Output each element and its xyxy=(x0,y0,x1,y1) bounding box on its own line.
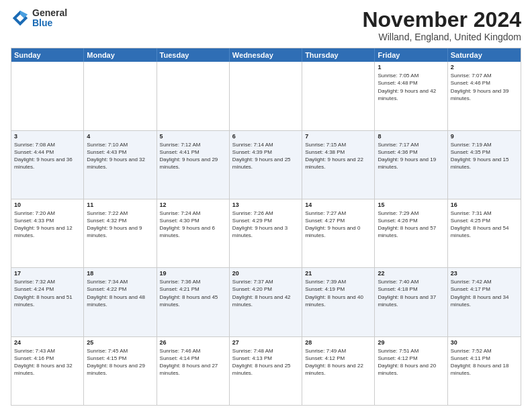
location: Willand, England, United Kingdom xyxy=(362,32,521,42)
month-title: November 2024 xyxy=(362,8,521,32)
day-info: Sunrise: 7:34 AM Sunset: 4:22 PM Dayligh… xyxy=(87,278,153,308)
day-number: 19 xyxy=(160,270,226,277)
day-cell-21: 21Sunrise: 7:39 AM Sunset: 4:19 PM Dayli… xyxy=(302,268,375,336)
calendar-week-2: 3Sunrise: 7:08 AM Sunset: 4:44 PM Daylig… xyxy=(11,130,521,199)
title-block: November 2024 Willand, England, United K… xyxy=(362,8,521,42)
empty-cell xyxy=(230,62,302,130)
day-info: Sunrise: 7:08 AM Sunset: 4:44 PM Dayligh… xyxy=(14,141,81,171)
weekday-header-friday: Friday xyxy=(375,48,447,62)
day-cell-1: 1Sunrise: 7:05 AM Sunset: 4:48 PM Daylig… xyxy=(375,62,447,130)
weekday-header-monday: Monday xyxy=(84,48,157,62)
logo: General Blue xyxy=(11,8,67,29)
day-cell-19: 19Sunrise: 7:36 AM Sunset: 4:21 PM Dayli… xyxy=(157,268,230,336)
day-info: Sunrise: 7:37 AM Sunset: 4:20 PM Dayligh… xyxy=(232,278,299,308)
day-info: Sunrise: 7:40 AM Sunset: 4:18 PM Dayligh… xyxy=(378,278,444,308)
day-number: 8 xyxy=(378,133,444,140)
day-cell-9: 9Sunrise: 7:19 AM Sunset: 4:35 PM Daylig… xyxy=(448,131,521,199)
day-number: 10 xyxy=(14,201,81,208)
day-number: 5 xyxy=(160,133,226,140)
logo-text: General Blue xyxy=(32,8,67,29)
weekday-header-sunday: Sunday xyxy=(11,48,84,62)
day-number: 6 xyxy=(232,133,299,140)
day-number: 2 xyxy=(451,64,518,71)
day-cell-12: 12Sunrise: 7:24 AM Sunset: 4:30 PM Dayli… xyxy=(157,199,230,267)
day-number: 21 xyxy=(305,270,371,277)
day-info: Sunrise: 7:20 AM Sunset: 4:33 PM Dayligh… xyxy=(14,210,81,240)
day-cell-18: 18Sunrise: 7:34 AM Sunset: 4:22 PM Dayli… xyxy=(84,268,157,336)
day-number: 20 xyxy=(232,270,299,277)
day-info: Sunrise: 7:48 AM Sunset: 4:13 PM Dayligh… xyxy=(232,347,299,377)
day-cell-15: 15Sunrise: 7:29 AM Sunset: 4:26 PM Dayli… xyxy=(375,199,447,267)
day-info: Sunrise: 7:46 AM Sunset: 4:14 PM Dayligh… xyxy=(160,347,226,377)
day-cell-30: 30Sunrise: 7:52 AM Sunset: 4:11 PM Dayli… xyxy=(448,337,521,405)
day-number: 4 xyxy=(87,133,153,140)
day-cell-13: 13Sunrise: 7:26 AM Sunset: 4:29 PM Dayli… xyxy=(230,199,302,267)
day-number: 1 xyxy=(378,64,444,71)
calendar-week-5: 24Sunrise: 7:43 AM Sunset: 4:16 PM Dayli… xyxy=(11,336,521,405)
day-info: Sunrise: 7:17 AM Sunset: 4:36 PM Dayligh… xyxy=(378,141,444,171)
day-number: 26 xyxy=(160,339,226,346)
day-number: 7 xyxy=(305,133,371,140)
day-cell-27: 27Sunrise: 7:48 AM Sunset: 4:13 PM Dayli… xyxy=(230,337,302,405)
day-cell-25: 25Sunrise: 7:45 AM Sunset: 4:15 PM Dayli… xyxy=(84,337,157,405)
day-info: Sunrise: 7:10 AM Sunset: 4:43 PM Dayligh… xyxy=(87,141,153,171)
day-number: 12 xyxy=(160,201,226,208)
day-info: Sunrise: 7:31 AM Sunset: 4:25 PM Dayligh… xyxy=(451,210,518,240)
day-number: 16 xyxy=(451,201,518,208)
day-info: Sunrise: 7:45 AM Sunset: 4:15 PM Dayligh… xyxy=(87,347,153,377)
day-cell-5: 5Sunrise: 7:12 AM Sunset: 4:41 PM Daylig… xyxy=(157,131,230,199)
empty-cell xyxy=(157,62,230,130)
day-cell-20: 20Sunrise: 7:37 AM Sunset: 4:20 PM Dayli… xyxy=(230,268,302,336)
weekday-header-tuesday: Tuesday xyxy=(157,48,230,62)
day-info: Sunrise: 7:27 AM Sunset: 4:27 PM Dayligh… xyxy=(305,210,371,240)
day-number: 17 xyxy=(14,270,81,277)
day-number: 13 xyxy=(232,201,299,208)
day-info: Sunrise: 7:51 AM Sunset: 4:12 PM Dayligh… xyxy=(378,347,444,377)
day-cell-10: 10Sunrise: 7:20 AM Sunset: 4:33 PM Dayli… xyxy=(11,199,84,267)
calendar-header: SundayMondayTuesdayWednesdayThursdayFrid… xyxy=(11,48,521,62)
day-number: 28 xyxy=(305,339,371,346)
day-cell-26: 26Sunrise: 7:46 AM Sunset: 4:14 PM Dayli… xyxy=(157,337,230,405)
day-number: 25 xyxy=(87,339,153,346)
day-cell-16: 16Sunrise: 7:31 AM Sunset: 4:25 PM Dayli… xyxy=(448,199,521,267)
weekday-header-thursday: Thursday xyxy=(302,48,375,62)
day-info: Sunrise: 7:07 AM Sunset: 4:46 PM Dayligh… xyxy=(451,72,518,102)
day-cell-6: 6Sunrise: 7:14 AM Sunset: 4:39 PM Daylig… xyxy=(230,131,302,199)
day-cell-29: 29Sunrise: 7:51 AM Sunset: 4:12 PM Dayli… xyxy=(375,337,447,405)
calendar-week-1: 1Sunrise: 7:05 AM Sunset: 4:48 PM Daylig… xyxy=(11,62,521,130)
empty-cell xyxy=(84,62,157,130)
day-number: 11 xyxy=(87,201,153,208)
calendar-week-3: 10Sunrise: 7:20 AM Sunset: 4:33 PM Dayli… xyxy=(11,199,521,267)
day-info: Sunrise: 7:22 AM Sunset: 4:32 PM Dayligh… xyxy=(87,210,153,240)
weekday-header-saturday: Saturday xyxy=(448,48,521,62)
day-info: Sunrise: 7:12 AM Sunset: 4:41 PM Dayligh… xyxy=(160,141,226,171)
day-number: 3 xyxy=(14,133,81,140)
day-info: Sunrise: 7:36 AM Sunset: 4:21 PM Dayligh… xyxy=(160,278,226,308)
day-info: Sunrise: 7:15 AM Sunset: 4:38 PM Dayligh… xyxy=(305,141,371,171)
day-info: Sunrise: 7:14 AM Sunset: 4:39 PM Dayligh… xyxy=(232,141,299,171)
day-cell-17: 17Sunrise: 7:32 AM Sunset: 4:24 PM Dayli… xyxy=(11,268,84,336)
day-cell-23: 23Sunrise: 7:42 AM Sunset: 4:17 PM Dayli… xyxy=(448,268,521,336)
day-info: Sunrise: 7:19 AM Sunset: 4:35 PM Dayligh… xyxy=(451,141,518,171)
day-number: 30 xyxy=(451,339,518,346)
empty-cell xyxy=(302,62,375,130)
day-cell-28: 28Sunrise: 7:49 AM Sunset: 4:12 PM Dayli… xyxy=(302,337,375,405)
day-info: Sunrise: 7:32 AM Sunset: 4:24 PM Dayligh… xyxy=(14,278,81,308)
day-number: 24 xyxy=(14,339,81,346)
day-info: Sunrise: 7:26 AM Sunset: 4:29 PM Dayligh… xyxy=(232,210,299,240)
day-info: Sunrise: 7:52 AM Sunset: 4:11 PM Dayligh… xyxy=(451,347,518,377)
day-cell-3: 3Sunrise: 7:08 AM Sunset: 4:44 PM Daylig… xyxy=(11,131,84,199)
day-cell-4: 4Sunrise: 7:10 AM Sunset: 4:43 PM Daylig… xyxy=(84,131,157,199)
day-info: Sunrise: 7:42 AM Sunset: 4:17 PM Dayligh… xyxy=(451,278,518,308)
day-info: Sunrise: 7:39 AM Sunset: 4:19 PM Dayligh… xyxy=(305,278,371,308)
day-number: 18 xyxy=(87,270,153,277)
calendar-body: 1Sunrise: 7:05 AM Sunset: 4:48 PM Daylig… xyxy=(11,62,521,405)
day-info: Sunrise: 7:24 AM Sunset: 4:30 PM Dayligh… xyxy=(160,210,226,240)
day-number: 14 xyxy=(305,201,371,208)
calendar: SundayMondayTuesdayWednesdayThursdayFrid… xyxy=(11,48,521,406)
header: General Blue November 2024 Willand, Engl… xyxy=(11,8,521,42)
weekday-header-wednesday: Wednesday xyxy=(230,48,302,62)
logo-icon xyxy=(11,9,30,28)
day-number: 23 xyxy=(451,270,518,277)
day-info: Sunrise: 7:43 AM Sunset: 4:16 PM Dayligh… xyxy=(14,347,81,377)
